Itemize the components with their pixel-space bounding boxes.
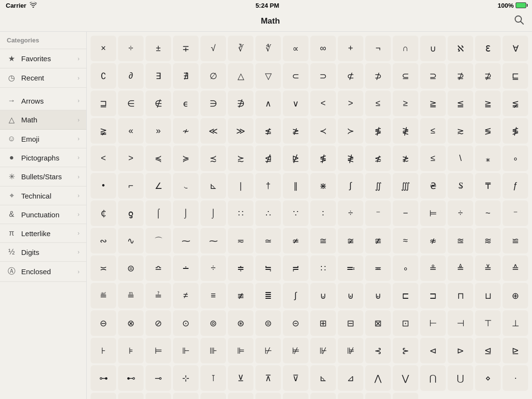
symbol-cell[interactable]: ≠	[173, 283, 199, 308]
sidebar-item-technical[interactable]: ⌖ Technical ›	[0, 186, 86, 205]
symbol-cell[interactable]: ∷	[228, 200, 253, 226]
symbol-cell[interactable]: ⋑	[393, 393, 418, 399]
symbol-cell[interactable]: ∌	[228, 91, 253, 116]
symbol-cell[interactable]: ⊦	[91, 338, 116, 363]
symbol-cell[interactable]: ⊢	[420, 310, 446, 336]
symbol-cell[interactable]: ≊	[448, 228, 473, 253]
symbol-cell[interactable]: ⋋	[228, 393, 253, 399]
symbol-cell[interactable]: ⊲	[420, 338, 446, 363]
symbol-cell[interactable]: ⋇	[310, 173, 336, 199]
symbol-cell[interactable]: ≜	[448, 255, 473, 281]
symbol-cell[interactable]: ⋬	[255, 146, 281, 171]
symbol-cell[interactable]: ∨	[283, 91, 308, 116]
symbol-cell[interactable]: ℇ	[475, 36, 501, 61]
symbol-cell[interactable]: ⊔	[475, 283, 501, 308]
symbol-cell[interactable]: ⋆	[91, 393, 116, 399]
symbol-cell[interactable]: ∅	[200, 63, 226, 89]
symbol-cell[interactable]: ⊤	[475, 310, 501, 336]
symbol-cell[interactable]: ⊱	[393, 338, 418, 363]
symbol-cell[interactable]: ≗	[420, 255, 446, 281]
symbol-cell[interactable]: ⊟	[338, 310, 363, 336]
symbol-cell[interactable]: \	[448, 146, 473, 171]
symbol-cell[interactable]: ⌠	[146, 200, 171, 226]
symbol-cell[interactable]: ≞	[118, 283, 144, 308]
symbol-cell[interactable]: ≓	[283, 255, 308, 281]
symbol-cell[interactable]: ⊶	[91, 365, 116, 391]
symbol-cell[interactable]: ⋀	[365, 365, 391, 391]
symbol-cell[interactable]: −	[393, 200, 418, 226]
symbol-cell[interactable]: ≹	[393, 118, 418, 144]
symbol-cell[interactable]: ⊷	[118, 365, 144, 391]
symbol-cell[interactable]: ≽	[173, 146, 199, 171]
symbol-cell[interactable]: ¬	[365, 36, 391, 61]
symbol-cell[interactable]: ⌡	[200, 200, 226, 226]
symbol-cell[interactable]: √	[200, 36, 226, 61]
symbol-cell[interactable]: ⁓	[200, 228, 226, 253]
symbol-cell[interactable]: ∵	[283, 200, 308, 226]
symbol-cell[interactable]: ƍ	[118, 200, 144, 226]
symbol-cell[interactable]: ∶	[310, 200, 336, 226]
symbol-cell[interactable]: ≍	[91, 255, 116, 281]
symbol-cell[interactable]: ⊎	[338, 283, 363, 308]
symbol-cell[interactable]: ⋌	[255, 393, 281, 399]
sidebar-item-recent[interactable]: ◷ Recent ›	[0, 68, 86, 88]
symbol-cell[interactable]: ⊯	[338, 338, 363, 363]
symbol-cell[interactable]: ⊬	[255, 338, 281, 363]
symbol-cell[interactable]: ≋	[475, 228, 501, 253]
sidebar-item-punctuation[interactable]: & Punctuation ›	[0, 205, 86, 224]
symbol-cell[interactable]: ≵	[393, 146, 418, 171]
symbol-cell[interactable]: »	[146, 118, 171, 144]
symbol-cell[interactable]: ⊓	[448, 283, 473, 308]
symbol-cell[interactable]: ⊄	[338, 63, 363, 89]
symbol-cell[interactable]: ∬	[365, 173, 391, 199]
symbol-cell[interactable]: ⊘	[146, 310, 171, 336]
symbol-cell[interactable]: ₵	[91, 200, 116, 226]
symbol-cell[interactable]: ⊍	[310, 283, 336, 308]
sidebar-item-pictographs[interactable]: ● Pictographs ›	[0, 148, 86, 167]
symbol-cell[interactable]: ∪	[420, 36, 446, 61]
symbol-cell[interactable]: ≟	[146, 283, 171, 308]
symbol-cell[interactable]: ≹	[338, 146, 363, 171]
symbol-cell[interactable]: ⊭	[283, 338, 308, 363]
symbol-cell[interactable]: ±	[146, 36, 171, 61]
symbol-cell[interactable]: ≿	[228, 146, 253, 171]
sidebar-item-favorites[interactable]: ★ Favorites ›	[0, 49, 86, 68]
symbol-cell[interactable]: «	[118, 118, 144, 144]
symbol-cell[interactable]: ⋇	[118, 393, 144, 399]
symbol-cell[interactable]: ⊂	[283, 63, 308, 89]
symbol-cell[interactable]: ⊳	[448, 338, 473, 363]
symbol-cell[interactable]: ⊜	[118, 255, 144, 281]
symbol-cell[interactable]: ⋄	[475, 365, 501, 391]
symbol-cell[interactable]: ∉	[146, 91, 171, 116]
symbol-cell[interactable]: ≆	[338, 228, 363, 253]
symbol-cell[interactable]: ⋊	[200, 393, 226, 399]
symbol-cell[interactable]: ⊃	[310, 63, 336, 89]
symbol-cell[interactable]: ~	[475, 200, 501, 226]
symbol-cell[interactable]: ≺	[310, 118, 336, 144]
sidebar-item-letterlike[interactable]: π Letterlike ›	[0, 224, 86, 243]
symbol-cell[interactable]: ≂	[228, 228, 253, 253]
symbol-cell[interactable]: ⋍	[283, 393, 308, 399]
symbol-cell[interactable]: ⋃	[448, 365, 473, 391]
symbol-cell[interactable]: ⊣	[448, 310, 473, 336]
symbol-cell[interactable]: ∸	[173, 255, 199, 281]
symbol-cell[interactable]: ÷	[338, 200, 363, 226]
symbol-cell[interactable]: ⊾	[310, 365, 336, 391]
symbol-cell[interactable]: ⊵	[503, 338, 528, 363]
symbol-cell[interactable]: ≻	[338, 118, 363, 144]
symbol-cell[interactable]: ≸	[365, 118, 391, 144]
symbol-cell[interactable]: ∈	[118, 91, 144, 116]
symbol-cell[interactable]: ∘	[503, 146, 528, 171]
symbol-cell[interactable]: ∘	[393, 255, 418, 281]
symbol-cell[interactable]: ⊻	[228, 365, 253, 391]
symbol-cell[interactable]: ⊧	[118, 338, 144, 363]
symbol-cell[interactable]: •	[91, 173, 116, 199]
symbol-cell[interactable]: <	[310, 91, 336, 116]
symbol-cell[interactable]: ⊕	[503, 283, 528, 308]
symbol-cell[interactable]: ≣	[255, 283, 281, 308]
symbol-cell[interactable]: ∫	[338, 173, 363, 199]
symbol-cell[interactable]: +	[338, 36, 363, 61]
symbol-cell[interactable]: ⊞	[310, 310, 336, 336]
symbol-cell[interactable]: ≦	[448, 91, 473, 116]
symbol-cell[interactable]: ∞	[310, 36, 336, 61]
